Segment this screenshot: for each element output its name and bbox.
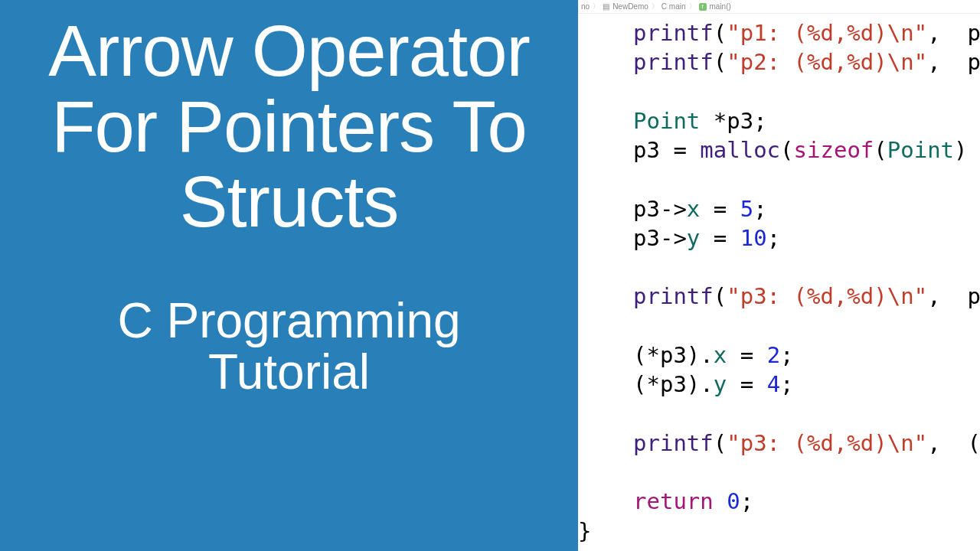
code-token: = bbox=[700, 196, 740, 222]
chevron-icon: 〉 bbox=[593, 2, 599, 11]
code-token-printf: printf bbox=[633, 20, 714, 46]
code-token-type: Point bbox=[633, 108, 700, 134]
title-line-3: Structs bbox=[48, 165, 530, 240]
code-token-type: Point bbox=[887, 137, 954, 163]
code-token: ( bbox=[780, 137, 793, 163]
code-token bbox=[714, 488, 727, 514]
subtitle-line-1: C Programming bbox=[117, 295, 460, 347]
code-token-string: "p3: (%d,%d)\n" bbox=[727, 283, 927, 309]
code-token-brace: } bbox=[578, 518, 591, 544]
code-token-string: "p3: (%d,%d)\n" bbox=[727, 430, 927, 456]
folder-icon: ▤ bbox=[603, 2, 609, 11]
code-token-sizeof: sizeof bbox=[794, 137, 874, 163]
code-panel: no 〉 ▤ NewDemo 〉 C main 〉 f main() print… bbox=[578, 0, 980, 551]
code-token-string: "p1: (%d,%d)\n" bbox=[727, 20, 927, 46]
code-token-number: 2 bbox=[767, 342, 780, 368]
code-token: p3 = bbox=[633, 137, 700, 163]
code-token-member: x bbox=[714, 342, 727, 368]
code-token: ) bbox=[954, 137, 967, 163]
code-token: ; bbox=[753, 196, 766, 222]
code-listing: printf("p1: (%d,%d)\n", p printf("p2: (%… bbox=[578, 14, 980, 546]
code-token-number: 0 bbox=[727, 488, 740, 514]
code-token: , p bbox=[927, 20, 980, 46]
thumbnail-root: Arrow Operator For Pointers To Structs C… bbox=[0, 0, 980, 551]
title-line-1: Arrow Operator bbox=[48, 14, 530, 90]
code-token-member: y bbox=[687, 225, 700, 251]
code-token: = bbox=[700, 225, 740, 251]
code-token-string: "p2: (%d,%d)\n" bbox=[727, 49, 927, 75]
code-token: , p bbox=[927, 49, 980, 75]
code-token: (*p3). bbox=[633, 342, 714, 368]
breadcrumb-part: C main bbox=[662, 2, 686, 11]
breadcrumb-part: no bbox=[581, 2, 590, 11]
code-token-printf: printf bbox=[633, 49, 714, 75]
breadcrumb-part: NewDemo bbox=[612, 2, 648, 11]
breadcrumb: no 〉 ▤ NewDemo 〉 C main 〉 f main() bbox=[578, 0, 980, 14]
code-token-number: 4 bbox=[767, 371, 780, 397]
code-token-malloc: malloc bbox=[700, 137, 780, 163]
code-token: ; bbox=[780, 371, 793, 397]
code-token-member: y bbox=[714, 371, 727, 397]
code-token: = bbox=[727, 371, 766, 397]
code-token: (*p3). bbox=[633, 371, 714, 397]
code-token: ; bbox=[740, 488, 753, 514]
code-token: , p bbox=[927, 283, 980, 309]
subtitle-block: C Programming Tutorial bbox=[117, 295, 460, 398]
code-token: p3-> bbox=[633, 225, 687, 251]
code-token-return: return bbox=[633, 488, 714, 514]
chevron-icon: 〉 bbox=[689, 2, 696, 11]
code-token: , ( bbox=[927, 430, 980, 456]
code-token-number: 5 bbox=[740, 196, 753, 222]
code-token: ; bbox=[780, 342, 793, 368]
code-token-printf: printf bbox=[633, 430, 714, 456]
code-token: ( bbox=[874, 137, 887, 163]
title-block: Arrow Operator For Pointers To Structs bbox=[48, 14, 530, 240]
code-token-member: x bbox=[687, 196, 700, 222]
title-line-2: For Pointers To bbox=[48, 90, 530, 165]
code-token: ; bbox=[767, 225, 780, 251]
code-token: p3-> bbox=[633, 196, 687, 222]
function-icon: f bbox=[699, 3, 707, 11]
subtitle-line-2: Tutorial bbox=[117, 347, 460, 398]
breadcrumb-part: main() bbox=[710, 2, 731, 11]
code-token: = bbox=[727, 342, 766, 368]
code-token-number: 10 bbox=[740, 225, 767, 251]
chevron-icon: 〉 bbox=[652, 2, 658, 11]
title-panel: Arrow Operator For Pointers To Structs C… bbox=[0, 0, 578, 551]
code-token-printf: printf bbox=[633, 283, 714, 309]
code-token: *p3; bbox=[700, 108, 766, 134]
